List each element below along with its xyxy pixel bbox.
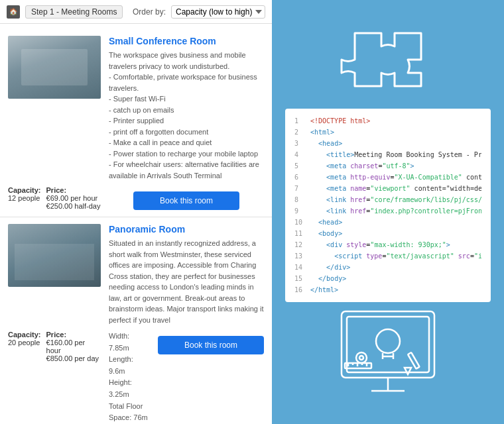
- room-name-small: Small Conference Room: [109, 36, 264, 46]
- rooms-list: Small Conference Room The workspace give…: [0, 24, 272, 424]
- top-bar: 🏠 Step 1 - Meeting Rooms Order by: Capac…: [0, 0, 272, 24]
- room-features-small: Comfortable, private workspace for busin…: [109, 72, 264, 181]
- code-block: 1<!DOCTYPE html> 2<html> 3 <head> 4 <tit…: [285, 109, 491, 302]
- book-button-panoramic[interactable]: Book this room: [158, 336, 264, 354]
- svg-marker-17: [405, 368, 411, 374]
- room-card-small: Small Conference Room The workspace give…: [0, 29, 272, 217]
- room-desc-panoramic: Situated in an instantly recognized addr…: [109, 238, 264, 325]
- breadcrumb-step[interactable]: Step 1 - Meeting Rooms: [25, 5, 123, 19]
- home-button[interactable]: 🏠: [7, 5, 20, 19]
- svg-point-9: [359, 356, 363, 360]
- svg-rect-1: [347, 317, 429, 372]
- room-cap-price-small: Capacity: 12 people Price: €69.00 per ho…: [8, 186, 101, 210]
- order-by-select[interactable]: Capacity (low to high) Capacity (high to…: [171, 5, 265, 19]
- room-image-small: [8, 36, 101, 99]
- order-by-label: Order by:: [133, 7, 166, 17]
- room-image-panoramic: [8, 224, 101, 287]
- svg-rect-16: [408, 352, 420, 369]
- svg-point-4: [376, 329, 400, 353]
- room-info-panoramic: Panoramic Room Situated in an instantly …: [109, 224, 264, 325]
- room-info-small: Small Conference Room The workspace give…: [109, 36, 264, 181]
- room-cap-price-panoramic: Capacity: 20 people Price: €160.00 per h…: [8, 331, 101, 362]
- book-button-small[interactable]: Book this room: [133, 191, 239, 210]
- room-card-panoramic: Panoramic Room Situated in an instantly …: [0, 217, 272, 424]
- room-desc-small: The workspace gives business and mobile …: [109, 50, 264, 181]
- left-panel: 🏠 Step 1 - Meeting Rooms Order by: Capac…: [0, 0, 272, 424]
- room-dimensions-panoramic: Width: 7.85m Length: 9.6m Height: 3.25m …: [109, 331, 150, 424]
- room-name-panoramic: Panoramic Room: [109, 224, 264, 235]
- web-design-icon: [328, 305, 448, 411]
- svg-point-8: [356, 352, 367, 363]
- puzzle-icon: [335, 13, 441, 106]
- right-panel: 1<!DOCTYPE html> 2<html> 3 <head> 4 <tit…: [272, 0, 504, 424]
